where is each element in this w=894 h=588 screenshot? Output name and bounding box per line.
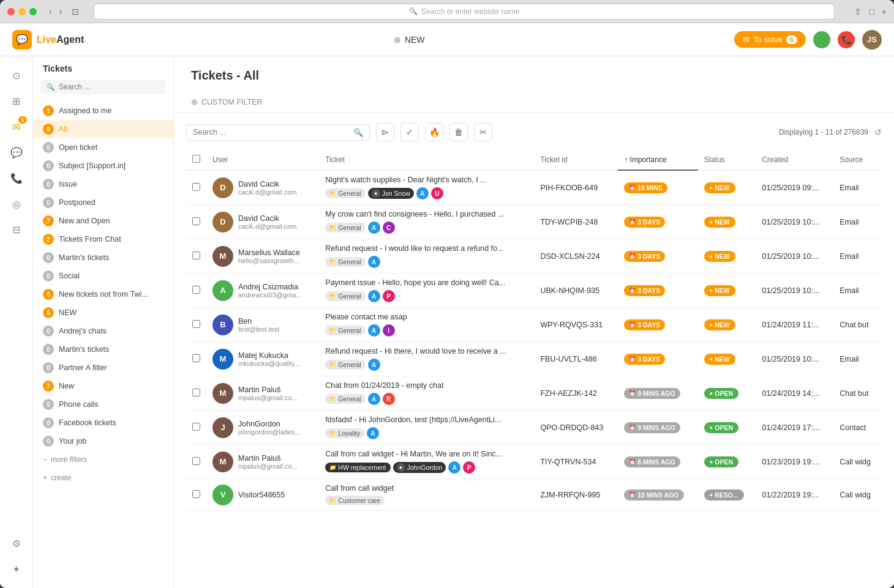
new-tab-icon[interactable]: + — [882, 7, 887, 17]
tickets-area: 🔍 ⊳ ✓ 🔥 🗑 ✂ Displaying 1 - 11 of 276839 … — [174, 113, 894, 588]
user-details: David Cacik cacik.d@gmail.com — [238, 180, 297, 196]
ticket-subject-line: Night's watch supplies - Dear Night's wa… — [325, 176, 528, 199]
row-checkbox[interactable] — [192, 457, 200, 465]
row-checkbox[interactable] — [192, 286, 200, 294]
sidebar: Tickets 🔍 1 Assigned to me 9 All 0 Open … — [33, 56, 174, 588]
letter-badge: A — [367, 427, 379, 439]
table-row[interactable]: M Matej Kukucka mkukucka@quality... Refu… — [186, 342, 882, 376]
icon-grid[interactable]: ⊞ — [5, 89, 28, 113]
back-button[interactable]: ‹ — [47, 6, 54, 18]
sidebar-item-13[interactable]: 0 Martin's tickets — [33, 340, 173, 359]
sidebar-item-7[interactable]: 2 Tickets From Chat — [33, 230, 173, 248]
sidebar-item-2[interactable]: 0 Open ticket — [33, 138, 173, 157]
pin-button[interactable]: ⊳ — [376, 123, 394, 141]
icon-plugins[interactable]: ✦ — [5, 557, 28, 581]
sidebar-item-6[interactable]: 7 New and Open — [33, 212, 173, 230]
sidebar-item-14[interactable]: 0 Partner A filter — [33, 359, 173, 377]
user-avatar[interactable]: JS — [862, 30, 882, 50]
table-row[interactable]: B Ben test@test.test Please contact me a… — [186, 308, 882, 342]
row-checkbox[interactable] — [192, 217, 200, 225]
phone-button[interactable]: 📞 — [838, 31, 855, 48]
close-btn[interactable] — [7, 8, 15, 15]
sidebar-item-12[interactable]: 0 Andrej's chats — [33, 322, 173, 340]
address-bar[interactable]: 🔍 Search or enter website name — [94, 4, 835, 20]
icon-dashboard[interactable]: ⊙ — [5, 64, 28, 87]
sidebar-search[interactable]: 🔍 — [40, 80, 166, 94]
table-row[interactable]: A Andrej Csizmadia andrewcsi03@gma... Pa… — [186, 274, 882, 308]
more-button[interactable]: ✂ — [474, 123, 492, 141]
icon-reports[interactable]: ◎ — [5, 192, 28, 215]
sidebar-item-9[interactable]: 0 Social — [33, 267, 173, 285]
row-checkbox[interactable] — [192, 251, 200, 259]
col-importance[interactable]: ↑ Importance — [618, 150, 698, 170]
icon-tickets[interactable]: ✉ 1 — [5, 115, 28, 138]
status-available[interactable] — [813, 31, 830, 48]
sidebar-item-0[interactable]: 1 Assigned to me — [33, 102, 173, 120]
sidebar-badge-17: 0 — [43, 417, 54, 428]
row-checkbox[interactable] — [192, 354, 200, 362]
table-row[interactable]: J JohnGordon johngordon@lades... fdsfads… — [186, 411, 882, 445]
source-text: Email — [833, 205, 882, 239]
sidebar-item-15[interactable]: 7 New — [33, 377, 173, 395]
sidebar-item-8[interactable]: 0 Martin's tickets — [33, 248, 173, 267]
table-row[interactable]: M Martin Paluš mpalus@gmail.co... Call f… — [186, 445, 882, 479]
letter-badge: A — [368, 393, 380, 405]
sidebar-item-18[interactable]: 0 Your job — [33, 432, 173, 450]
sidebar-search-input[interactable] — [59, 83, 160, 91]
row-checkbox[interactable] — [192, 423, 200, 431]
sidebar-item-4[interactable]: 0 Issue — [33, 175, 173, 193]
maximize-btn[interactable] — [29, 8, 37, 15]
importance-badge: ⏰3 DAYS — [624, 354, 665, 365]
importance-cell: ⏰9 MINS AGO — [618, 376, 698, 411]
avatar: V — [212, 485, 233, 505]
user-name: Andrej Csizmadia — [238, 283, 302, 291]
row-checkbox[interactable] — [192, 389, 200, 396]
sidebar-item-11[interactable]: 6 NEW — [33, 303, 173, 322]
sidebar-item-17[interactable]: 0 Facebook tickets — [33, 414, 173, 432]
header-actions: ✉ To solve 6 📞 JS — [734, 30, 882, 50]
share-icon[interactable]: ⇧ — [854, 7, 862, 17]
row-checkbox[interactable] — [192, 490, 200, 498]
icon-chat[interactable]: 💬 — [5, 141, 28, 164]
importance-badge: ⏰9 MINS AGO — [624, 388, 680, 399]
avatar: A — [212, 280, 233, 301]
custom-filter[interactable]: ⊕ CUSTOM FILTER — [191, 91, 877, 113]
sidebar-item-16[interactable]: 0 Phone calls — [33, 395, 173, 414]
row-checkbox[interactable] — [192, 320, 200, 328]
sidebar-item-3[interactable]: 0 Subject [Support.in] — [33, 157, 173, 175]
icon-knowledge[interactable]: ⊟ — [5, 218, 28, 241]
create-button[interactable]: + create — [33, 469, 173, 487]
table-row[interactable]: M Marsellus Wallace hello@saasgrowth... … — [186, 239, 882, 274]
row-checkbox[interactable] — [192, 183, 200, 191]
table-row[interactable]: V Visitor548655 Call from call widget 📁C… — [186, 479, 882, 511]
ticket-search-box[interactable]: 🔍 — [186, 124, 370, 141]
ticket-search-input[interactable] — [193, 128, 350, 136]
search-icon: 🔍 — [409, 7, 418, 15]
select-all-checkbox[interactable] — [192, 155, 200, 163]
importance-badge: ⏰19 MINS — [624, 182, 667, 193]
forward-button[interactable]: › — [57, 6, 65, 18]
fullscreen-icon[interactable]: □ — [869, 7, 874, 17]
icon-phone[interactable]: 📞 — [5, 166, 28, 190]
sidebar-item-10[interactable]: 6 New tickets not from Twi... — [33, 285, 173, 303]
sidebar-item-1[interactable]: 9 All — [33, 120, 173, 138]
table-row[interactable]: D David Cacik cacik.d@gmail.com My crow … — [186, 205, 882, 239]
sidebar-label-18: Your job — [59, 437, 163, 445]
created-date: 01/25/2019 09:... — [756, 170, 833, 205]
delete-button[interactable]: 🗑 — [449, 123, 468, 141]
ticket-subject: Call from call widget - Hi Martin, We ar… — [325, 450, 528, 458]
letter-badge: A — [368, 256, 380, 268]
table-row[interactable]: D David Cacik cacik.d@gmail.com Night's … — [186, 170, 882, 205]
icon-settings[interactable]: ⚙ — [5, 532, 28, 555]
importance-badge: ⏰3 DAYS — [624, 217, 665, 228]
fire-button[interactable]: 🔥 — [425, 123, 443, 141]
minimize-btn[interactable] — [18, 8, 26, 15]
to-solve-button[interactable]: ✉ To solve 6 — [734, 31, 806, 48]
resolve-button[interactable]: ✓ — [400, 123, 419, 141]
source-text: Email — [833, 274, 882, 308]
table-row[interactable]: M Martin Paluš mpalus@gmail.co... Chat f… — [186, 376, 882, 411]
refresh-button[interactable]: ↺ — [874, 127, 882, 137]
more-filters[interactable]: − more filters — [33, 450, 173, 469]
main-content: Tickets - All ⊕ CUSTOM FILTER 🔍 ⊳ — [174, 56, 894, 588]
sidebar-item-5[interactable]: 0 Postponed — [33, 193, 173, 212]
